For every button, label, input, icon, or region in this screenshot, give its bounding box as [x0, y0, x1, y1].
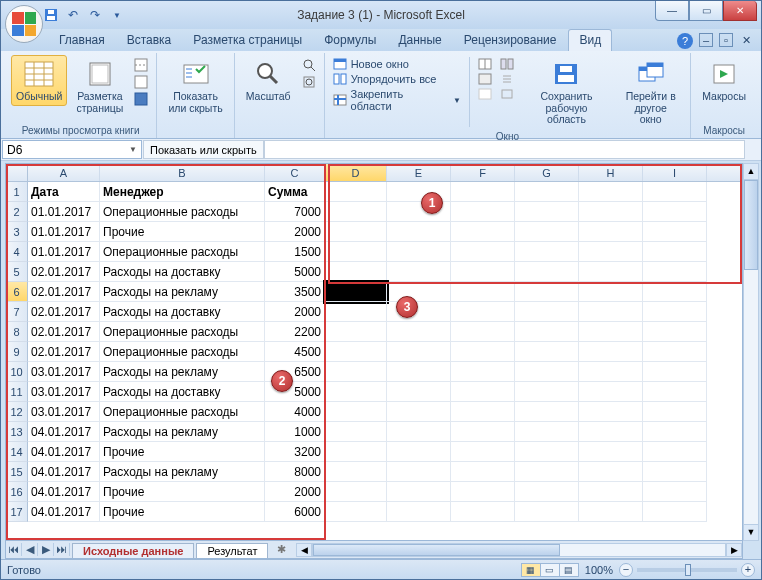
cell[interactable]: [643, 482, 707, 502]
name-box-dropdown-icon[interactable]: ▼: [129, 145, 137, 154]
cell[interactable]: 04.01.2017: [28, 502, 100, 522]
freeze-panes-button[interactable]: Закрепить области▼: [331, 87, 463, 113]
cell[interactable]: [451, 462, 515, 482]
cell[interactable]: Операционные расходы: [100, 242, 265, 262]
cell[interactable]: 2000: [265, 482, 325, 502]
unhide-button[interactable]: [476, 87, 494, 101]
row-header[interactable]: 6: [6, 282, 28, 302]
cell[interactable]: 2000: [265, 302, 325, 322]
zoom-button[interactable]: Масштаб: [241, 55, 296, 106]
cell[interactable]: [387, 322, 451, 342]
cell[interactable]: [325, 282, 387, 302]
save-workspace-button[interactable]: Сохранить рабочую область: [520, 55, 613, 129]
row-header[interactable]: 8: [6, 322, 28, 342]
zoom-100-button[interactable]: [300, 57, 318, 73]
sheet-first-button[interactable]: ⏮: [6, 543, 22, 556]
tab-data[interactable]: Данные: [388, 30, 451, 51]
cell[interactable]: [515, 462, 579, 482]
cell[interactable]: Операционные расходы: [100, 202, 265, 222]
cell[interactable]: [643, 322, 707, 342]
cell[interactable]: [643, 362, 707, 382]
horizontal-scrollbar[interactable]: ◀ ▶: [296, 543, 742, 557]
page-break-preview-button[interactable]: [132, 57, 150, 73]
cell[interactable]: 04.01.2017: [28, 422, 100, 442]
redo-icon[interactable]: ↷: [87, 7, 103, 23]
cell[interactable]: [643, 282, 707, 302]
cell[interactable]: 8000: [265, 462, 325, 482]
col-header-A[interactable]: A: [28, 164, 100, 181]
name-box[interactable]: D6 ▼: [2, 140, 142, 159]
cell[interactable]: [515, 222, 579, 242]
cell[interactable]: [643, 262, 707, 282]
view-side-button[interactable]: [498, 57, 516, 71]
cell[interactable]: [643, 402, 707, 422]
save-icon[interactable]: [43, 7, 59, 23]
cell[interactable]: [515, 302, 579, 322]
cell[interactable]: [579, 442, 643, 462]
cell[interactable]: [579, 322, 643, 342]
macros-button[interactable]: Макросы: [697, 55, 751, 106]
tab-home[interactable]: Главная: [49, 30, 115, 51]
cell[interactable]: [451, 482, 515, 502]
col-header-F[interactable]: F: [451, 164, 515, 181]
cell[interactable]: Сумма: [265, 182, 325, 202]
cell[interactable]: 02.01.2017: [28, 262, 100, 282]
cell[interactable]: [387, 282, 451, 302]
cell[interactable]: [579, 302, 643, 322]
zoom-track[interactable]: [637, 568, 737, 572]
cell[interactable]: [451, 382, 515, 402]
vertical-scrollbar[interactable]: ▲ ▼: [743, 163, 759, 541]
cell[interactable]: 02.01.2017: [28, 282, 100, 302]
cell[interactable]: Менеджер: [100, 182, 265, 202]
cell[interactable]: [451, 282, 515, 302]
cell[interactable]: [325, 302, 387, 322]
cell[interactable]: [515, 262, 579, 282]
cell[interactable]: [643, 422, 707, 442]
row-header[interactable]: 1: [6, 182, 28, 202]
row-header[interactable]: 13: [6, 422, 28, 442]
zoom-thumb[interactable]: [685, 564, 691, 576]
scroll-up-button[interactable]: ▲: [744, 164, 758, 180]
switch-windows-button[interactable]: Перейти в другое окно: [617, 55, 684, 129]
cell[interactable]: 5000: [265, 262, 325, 282]
cell[interactable]: [643, 202, 707, 222]
cell[interactable]: [643, 242, 707, 262]
row-header[interactable]: 10: [6, 362, 28, 382]
zoom-slider[interactable]: − +: [619, 563, 755, 577]
cell[interactable]: [515, 362, 579, 382]
cell[interactable]: [579, 362, 643, 382]
cell[interactable]: [451, 362, 515, 382]
cell[interactable]: [387, 442, 451, 462]
cell[interactable]: 6000: [265, 502, 325, 522]
page-layout-button[interactable]: Разметка страницы: [71, 55, 128, 117]
cell[interactable]: [579, 182, 643, 202]
cell[interactable]: [579, 202, 643, 222]
col-header-B[interactable]: B: [100, 164, 265, 181]
close-button[interactable]: ✕: [723, 1, 757, 21]
sheet-last-button[interactable]: ⏭: [54, 543, 70, 556]
view-page-break-shortcut[interactable]: ▤: [559, 563, 579, 577]
cell[interactable]: [387, 262, 451, 282]
scroll-right-button[interactable]: ▶: [726, 543, 742, 557]
cell[interactable]: [387, 422, 451, 442]
cell[interactable]: [451, 342, 515, 362]
cell[interactable]: 04.01.2017: [28, 442, 100, 462]
cell[interactable]: [451, 402, 515, 422]
help-icon[interactable]: ?: [677, 33, 693, 49]
cell[interactable]: [451, 222, 515, 242]
view-page-layout-shortcut[interactable]: ▭: [540, 563, 560, 577]
custom-views-button[interactable]: [132, 74, 150, 90]
cell[interactable]: [643, 462, 707, 482]
cell[interactable]: [643, 222, 707, 242]
row-header[interactable]: 5: [6, 262, 28, 282]
sheet-next-button[interactable]: ▶: [38, 543, 54, 556]
new-window-button[interactable]: Новое окно: [331, 57, 463, 71]
cell[interactable]: [515, 502, 579, 522]
cell[interactable]: [387, 342, 451, 362]
view-normal-shortcut[interactable]: ▦: [521, 563, 541, 577]
cell[interactable]: 1000: [265, 422, 325, 442]
cell[interactable]: [451, 302, 515, 322]
row-header[interactable]: 14: [6, 442, 28, 462]
col-header-H[interactable]: H: [579, 164, 643, 181]
cell[interactable]: [515, 442, 579, 462]
